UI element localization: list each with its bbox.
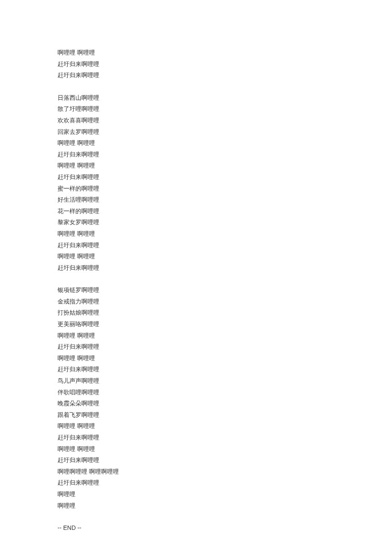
lyric-line: 赶圩归来啊哩哩 xyxy=(58,341,334,353)
lyric-line: 金戒指力啊哩哩 xyxy=(58,296,334,307)
lyric-line: 花一样的啊哩哩 xyxy=(58,205,334,217)
lyric-line: 欢欢喜喜啊哩哩 xyxy=(58,115,334,126)
lyric-line: 啊哩哩 啊哩哩 xyxy=(58,228,334,240)
lyric-line: 赶圩归来啊哩哩 xyxy=(58,262,334,274)
stanza: 银项链罗啊哩哩金戒指力啊哩哩打扮姑娘啊哩哩更美丽咯啊哩哩啊哩哩 啊哩哩赶圩归来啊… xyxy=(58,284,334,511)
lyric-line: 赶圩归来啊哩哩 xyxy=(58,240,334,251)
lyric-line: 啊哩哩 啊哩哩 xyxy=(58,160,334,171)
lyric-line: 啊哩哩 xyxy=(58,489,334,500)
end-marker: -- END -- xyxy=(58,522,334,534)
lyric-line: 啊哩哩 啊哩哩 xyxy=(58,330,334,341)
lyric-line: 日落西山啊哩哩 xyxy=(58,92,334,104)
document-content: 啊哩哩 啊哩哩赶圩归来啊哩哩赶圩归来啊哩哩日落西山啊哩哩散了圩哩啊哩哩欢欢喜喜啊… xyxy=(58,47,334,534)
lyric-line: 银项链罗啊哩哩 xyxy=(58,284,334,296)
lyric-line: 回家去罗啊哩哩 xyxy=(58,126,334,138)
lyric-line: 啊哩哩 啊哩哩 xyxy=(58,251,334,262)
stanza: 日落西山啊哩哩散了圩哩啊哩哩欢欢喜喜啊哩哩回家去罗啊哩哩啊哩哩 啊哩哩赶圩归来啊… xyxy=(58,92,334,274)
stanza: 啊哩哩 啊哩哩赶圩归来啊哩哩赶圩归来啊哩哩 xyxy=(58,47,334,81)
lyric-line: 啊哩哩 啊哩哩 xyxy=(58,137,334,149)
lyric-line: 啊哩哩 啊哩哩 xyxy=(58,47,334,58)
lyric-line: 赶圩归来啊哩哩 xyxy=(58,58,334,70)
lyric-line: 散了圩哩啊哩哩 xyxy=(58,103,334,115)
lyric-line: 更美丽咯啊哩哩 xyxy=(58,318,334,330)
lyric-line: 伴歌唱哩啊哩哩 xyxy=(58,387,334,398)
lyric-line: 好生活哩啊哩哩 xyxy=(58,194,334,205)
lyric-line: 啊哩哩 啊哩哩 xyxy=(58,443,334,455)
lyric-line: 赶圩归来啊哩哩 xyxy=(58,477,334,489)
lyric-line: 赶圩归来啊哩哩 xyxy=(58,364,334,375)
lyric-line: 赶圩归来啊哩哩 xyxy=(58,432,334,443)
lyric-line: 晚霞朵朵啊哩哩 xyxy=(58,398,334,409)
lyric-line: 跟着飞罗啊哩哩 xyxy=(58,409,334,421)
lyric-line: 鸟儿声声啊哩哩 xyxy=(58,375,334,387)
lyric-line: 蜜一样的啊哩哩 xyxy=(58,183,334,194)
lyric-line: 赶圩归来啊哩哩 xyxy=(58,149,334,160)
lyric-line: 啊哩啊哩哩 啊哩啊哩哩 xyxy=(58,466,334,477)
lyric-line: 赶圩归来啊哩哩 xyxy=(58,454,334,466)
lyric-line: 啊哩哩 xyxy=(58,500,334,512)
lyric-line: 啊哩哩 啊哩哩 xyxy=(58,353,334,364)
lyric-line: 黎家女罗啊哩哩 xyxy=(58,217,334,228)
lyric-line: 打扮姑娘啊哩哩 xyxy=(58,307,334,318)
lyric-line: 赶圩归来啊哩哩 xyxy=(58,171,334,183)
lyric-line: 赶圩归来啊哩哩 xyxy=(58,69,334,81)
lyric-line: 啊哩哩 啊哩哩 xyxy=(58,420,334,432)
